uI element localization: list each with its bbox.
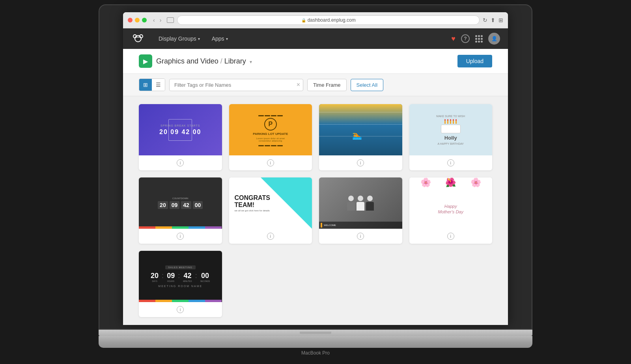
media-card[interactable]: WELCOME i [319,177,402,244]
media-card[interactable]: countdown 20 09 42 00 [139,177,222,244]
parking-lines [258,115,283,116]
info-icon[interactable]: i [447,233,454,240]
traffic-light-red[interactable] [128,18,133,22]
cnt-block: 20 DAYS [151,272,159,282]
media-card[interactable]: CONGRATSTEAM! we all we got click here f… [229,177,312,244]
candle [447,121,448,124]
seg [155,226,172,229]
card-footer: i [229,229,312,244]
frame-rect [168,119,192,141]
fig-head [348,196,354,201]
flame [450,119,451,121]
search-wrapper: × [169,79,303,91]
time-frame-button[interactable]: Time Frame [307,79,347,91]
nav-display-groups[interactable]: Display Groups ▾ [153,33,205,44]
media-card[interactable]: P PARKING LOT UPDATE Lorem ipsum dolor s… [229,104,312,170]
info-icon[interactable]: i [177,159,184,166]
color-bar [139,226,222,229]
page-content: ▶ Graphics and Video / Library ▾ Upload [123,49,508,325]
parking-lines-bottom [258,145,283,146]
pline [265,115,270,116]
search-input[interactable] [169,79,303,91]
thumb-countdown-purple: Spring Break Starts 20 09 42 00 [139,104,222,155]
media-grid: Spring Break Starts 20 09 42 00 i [139,104,492,317]
fig-body [347,202,355,211]
swim-lane [319,112,402,123]
back-button[interactable]: ‹ [151,16,157,24]
traffic-light-green[interactable] [142,18,147,22]
media-card[interactable]: MAKE SURE TO WISH [409,104,493,170]
cnt-sep: : [195,272,197,282]
display-groups-chevron: ▾ [198,37,200,41]
breadcrumb-dropdown-icon[interactable]: ▾ [250,59,252,65]
thumb-mothers: 🌸 🌺 🌸 HappyMother's Day [409,177,493,229]
flame [456,119,457,121]
grid-view-button[interactable]: ⊞ [139,79,152,91]
media-thumbnail: 🌸 🌺 🌸 HappyMother's Day [409,177,493,229]
countdown-numbers: 20 DAYS : 09 HOURS : [151,272,210,282]
traffic-light-yellow[interactable] [135,18,140,22]
breadcrumb: ▶ Graphics and Video / Library ▾ [139,54,252,68]
countdown-meeting-name: MEETING ROOM NAME [158,285,202,287]
dot [481,38,483,40]
seg [155,300,172,302]
media-card[interactable]: 🏊 i [319,104,402,170]
media-card[interactable]: Sales Meeting 20 DAYS : 09 [139,251,222,317]
info-icon[interactable]: i [357,159,364,166]
heart-icon[interactable]: ♥ [451,35,456,43]
share-button[interactable]: ⬆ [491,17,495,23]
app-navbar: Display Groups ▾ Apps ▾ ♥ ? [123,28,508,49]
cake-candles [444,119,457,124]
num: 09 [170,201,180,209]
seg [172,226,189,229]
upload-button[interactable]: Upload [457,55,492,67]
pline [277,145,283,146]
thumb-congrats: CONGRATSTEAM! we all we got click here f… [229,177,312,229]
thumb-swim: 🏊 [319,104,402,155]
dot [475,38,477,40]
laptop-hinge [99,330,532,336]
mothers-text: HappyMother's Day [438,203,463,215]
new-tab-button[interactable]: ⊞ [498,17,503,23]
select-all-button[interactable]: Select All [351,79,383,91]
pline [258,115,264,116]
app-icon-box: ▶ [139,54,152,68]
breadcrumb-section: Library [224,57,246,65]
toolbar: ⊞ ☰ × Time Frame Select All [123,74,508,96]
media-card[interactable]: 🌸 🌺 🌸 HappyMother's Day i [409,177,493,244]
fig-body [357,202,364,211]
info-icon[interactable]: i [177,306,184,313]
refresh-button[interactable]: ↻ [483,17,487,23]
team-bar-accent [321,223,322,228]
info-icon[interactable]: i [177,233,184,240]
seg [205,300,222,302]
countdown-label: countdown [172,197,188,200]
list-view-button[interactable]: ☰ [152,79,165,91]
swim-figure: 🏊 [352,131,362,140]
user-avatar[interactable]: 👤 [488,33,500,45]
nav-apps[interactable]: Apps ▾ [206,33,233,44]
flame [447,119,448,121]
cnt-block: 42 MINUTES [183,272,192,282]
info-icon[interactable]: i [267,233,274,240]
card-footer: i [409,229,493,244]
media-thumbnail: P PARKING LOT UPDATE Lorem ipsum dolor s… [229,104,312,155]
macbook-label: MacBook Pro [99,348,532,360]
media-card[interactable]: Spring Break Starts 20 09 42 00 i [139,104,222,170]
forward-button[interactable]: › [158,16,163,24]
address-bar[interactable]: 🔒 dashboard.enplug.com [177,15,480,25]
team-bar-text: WELCOME [324,224,336,226]
info-icon[interactable]: i [267,159,274,166]
grid-dots-icon[interactable] [475,35,483,43]
flame [453,119,454,121]
cnt-unit: MINUTES [183,280,192,282]
dot [478,35,480,37]
laptop-container: ‹ › 🔒 dashboard.enplug.com ↻ ⬆ ⊞ [99,4,532,360]
flame [444,119,446,121]
flower-icon: 🌺 [445,177,456,188]
search-clear-icon[interactable]: × [297,81,300,88]
info-icon[interactable]: i [357,233,364,240]
help-icon[interactable]: ? [461,34,470,43]
cnt-unit: HOURS [167,280,174,282]
info-icon[interactable]: i [447,159,454,166]
